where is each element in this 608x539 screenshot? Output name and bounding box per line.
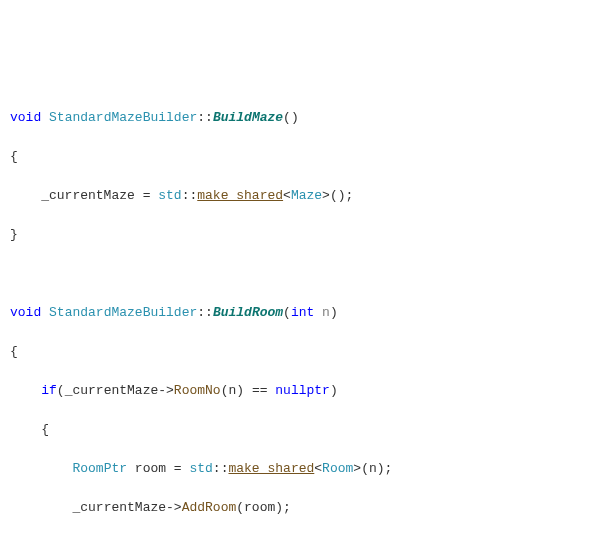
parens: () (283, 110, 299, 125)
end: >(); (322, 188, 353, 203)
op: = (135, 188, 158, 203)
func-addroom: AddRoom (182, 500, 237, 515)
class-name: StandardMazeBuilder (49, 110, 197, 125)
keyword-void: void (10, 305, 41, 320)
type-roomptr: RoomPtr (72, 461, 127, 476)
code-line: _currentMaze->AddRoom(room); (10, 498, 608, 518)
args: (n) == (221, 383, 276, 398)
method-name: BuildMaze (213, 110, 283, 125)
func-roomno: RoomNo (174, 383, 221, 398)
field: _currentMaze (72, 500, 166, 515)
code-line: { (10, 342, 608, 362)
paren: ( (57, 383, 65, 398)
tpl: < (283, 188, 291, 203)
field: _currentMaze (65, 383, 159, 398)
paren: ) (330, 305, 338, 320)
arrow: -> (166, 500, 182, 515)
code-line: { (10, 147, 608, 167)
indent (10, 461, 72, 476)
ns-std: std (189, 461, 212, 476)
keyword-nullptr: nullptr (275, 383, 330, 398)
code-line: { (10, 420, 608, 440)
type-maze: Maze (291, 188, 322, 203)
class-name: StandardMazeBuilder (49, 305, 197, 320)
code-line: void StandardMazeBuilder::BuildRoom(int … (10, 303, 608, 323)
keyword-if: if (10, 383, 57, 398)
code-line: _currentMaze = std::make_shared<Maze>(); (10, 186, 608, 206)
type-room: Room (322, 461, 353, 476)
func-make-shared: make_shared (228, 461, 314, 476)
end: >(n); (353, 461, 392, 476)
paren: ) (330, 383, 338, 398)
code-line: if(_currentMaze->RoomNo(n) == nullptr) (10, 381, 608, 401)
scope-sep: :: (213, 461, 229, 476)
code-line: RoomPtr room = std::make_shared<Room>(n)… (10, 459, 608, 479)
scope-sep: :: (197, 305, 213, 320)
var: room = (127, 461, 189, 476)
scope-sep: :: (182, 188, 198, 203)
keyword-int: int (291, 305, 314, 320)
arrow: -> (158, 383, 174, 398)
indent (10, 500, 72, 515)
param: n (314, 305, 330, 320)
code-line (10, 264, 608, 284)
paren: ( (283, 305, 291, 320)
scope-sep: :: (197, 110, 213, 125)
tpl: < (314, 461, 322, 476)
method-name: BuildRoom (213, 305, 283, 320)
code-line: void StandardMazeBuilder::BuildMaze() (10, 108, 608, 128)
ns-std: std (158, 188, 181, 203)
func-make-shared: make_shared (197, 188, 283, 203)
code-block: void StandardMazeBuilder::BuildMaze() { … (10, 88, 608, 539)
field: _currentMaze (10, 188, 135, 203)
end: (room); (236, 500, 291, 515)
code-line: } (10, 225, 608, 245)
keyword-void: void (10, 110, 41, 125)
